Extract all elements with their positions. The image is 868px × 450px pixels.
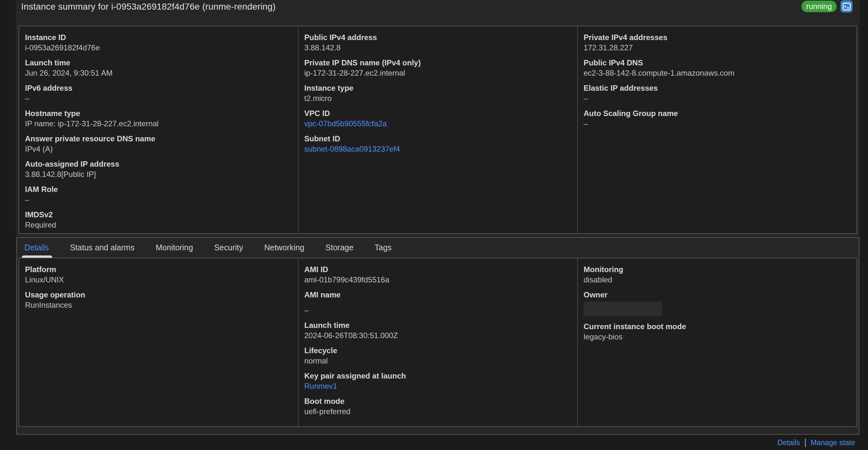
field-label: Subnet ID	[304, 134, 569, 144]
field-value: IPv4 (A)	[25, 144, 290, 154]
field-platform: PlatformLinux/UNIX	[25, 265, 290, 284]
tab-status-and-alarms[interactable]: Status and alarms	[59, 238, 145, 258]
field-ami-id: AMI IDami-01b799c439fd5516a	[304, 265, 569, 284]
field-label: IMDSv2	[25, 210, 290, 219]
field-value: 3.88.142.8[Public IP]	[25, 170, 290, 179]
field-value: –	[25, 94, 290, 103]
field-public-ipv4-address: Public IPv4 address3.88.142.8	[304, 33, 569, 53]
field-label: Lifecycle	[304, 346, 569, 355]
summary-panel: Instance IDi-0953a269182f4d76eLaunch tim…	[19, 26, 857, 234]
field-label: IPv6 address	[25, 83, 290, 93]
tab-tags[interactable]: Tags	[364, 238, 402, 258]
field-label: AMI name	[304, 290, 569, 300]
field-value: 172.31.28.227	[584, 43, 849, 53]
field-label: Private IPv4 addresses	[584, 33, 849, 42]
field-label: IAM Role	[25, 185, 290, 194]
footer-link-manage-state[interactable]: Manage state	[811, 439, 855, 447]
field-label: Boot mode	[304, 396, 569, 406]
field-launch-time: Launch time2024-06-26T08:30:51.000Z	[304, 321, 569, 340]
field-auto-assigned-ip-address: Auto-assigned IP address3.88.142.8[Publi…	[25, 159, 290, 179]
field-value: –	[584, 94, 849, 103]
field-label: Answer private resource DNS name	[25, 134, 290, 144]
field-value: ami-01b799c439fd5516a	[304, 275, 569, 284]
tab-networking[interactable]: Networking	[254, 238, 315, 258]
field-label: Launch time	[304, 321, 569, 330]
connect-terminal-button[interactable]	[840, 0, 852, 12]
field-value: legacy-bios	[584, 332, 849, 342]
field-label: Key pair assigned at launch	[304, 371, 569, 381]
field-label: Elastic IP addresses	[584, 83, 849, 93]
details-panel: PlatformLinux/UNIXUsage operationRunInst…	[19, 258, 857, 427]
field-value: –	[584, 119, 849, 128]
field-label: Usage operation	[25, 290, 290, 300]
footer-links: Details Manage state	[777, 439, 855, 447]
field-label: Current instance boot mode	[584, 322, 849, 331]
terminal-icon	[842, 2, 851, 11]
field-label: Monitoring	[584, 265, 849, 274]
field-label: Instance ID	[25, 33, 290, 42]
tab-security[interactable]: Security	[204, 238, 254, 258]
tab-monitoring[interactable]: Monitoring	[145, 238, 204, 258]
field-label: Auto Scaling Group name	[584, 109, 849, 118]
field-key-pair-assigned-at-launch: Key pair assigned at launchRunmev1	[304, 371, 569, 391]
field-value: 2024-06-26T08:30:51.000Z	[304, 331, 569, 340]
field-private-ip-dns-name-ipv4-only: Private IP DNS name (IPv4 only)ip-172-31…	[304, 58, 569, 78]
field-instance-id: Instance IDi-0953a269182f4d76e	[25, 33, 290, 53]
field-value: ip-172-31-28-227.ec2.internal	[304, 68, 569, 78]
field-value: uefi-preferred	[304, 407, 569, 416]
field-ami-name: AMI name–	[304, 290, 569, 315]
field-value: Required	[25, 220, 290, 230]
field-label: Public IPv4 DNS	[584, 58, 849, 68]
field-value: IP name: ip-172-31-28-227.ec2.internal	[25, 119, 290, 128]
field-value: i-0953a269182f4d76e	[25, 43, 290, 53]
field-ipv6-address: IPv6 address–	[25, 83, 290, 103]
field-value: 3.88.142.8	[304, 43, 569, 53]
field-value: Jun 26, 2024, 9:30:51 AM	[25, 68, 290, 78]
details-column-1: PlatformLinux/UNIXUsage operationRunInst…	[19, 258, 298, 426]
field-imdsv2: IMDSv2Required	[25, 210, 290, 230]
field-owner: Owner	[584, 290, 849, 316]
field-value-link[interactable]: Runmev1	[304, 382, 569, 391]
field-label: Public IPv4 address	[304, 33, 569, 42]
field-subnet-id: Subnet IDsubnet-0898aca0913237ef4	[304, 134, 569, 154]
field-iam-role: IAM Role–	[25, 185, 290, 205]
field-private-ipv4-addresses: Private IPv4 addresses172.31.28.227	[584, 33, 849, 53]
field-elastic-ip-addresses: Elastic IP addresses–	[584, 83, 849, 103]
field-value-link[interactable]: subnet-0898aca0913237ef4	[304, 144, 569, 154]
field-value: –	[304, 305, 569, 315]
field-vpc-id: VPC IDvpc-07bd5b90555fcfa2a	[304, 109, 569, 128]
tab-row: DetailsStatus and alarmsMonitoringSecuri…	[17, 238, 859, 258]
field-label: Hostname type	[25, 109, 290, 118]
tab-details[interactable]: Details	[20, 238, 59, 258]
footer-separator	[805, 439, 806, 447]
field-value-link[interactable]: vpc-07bd5b90555fcfa2a	[304, 119, 569, 128]
tabs-section: DetailsStatus and alarmsMonitoringSecuri…	[16, 237, 859, 434]
header-row: Instance summary for i-0953a269182f4d76e…	[16, 0, 860, 26]
summary-column-1: Instance IDi-0953a269182f4d76eLaunch tim…	[19, 26, 298, 233]
summary-column-2: Public IPv4 address3.88.142.8Private IP …	[298, 26, 577, 233]
field-label: AMI ID	[304, 265, 569, 274]
field-hostname-type: Hostname typeIP name: ip-172-31-28-227.e…	[25, 109, 290, 128]
instance-summary-card: Instance summary for i-0953a269182f4d76e…	[16, 0, 860, 434]
field-auto-scaling-group-name: Auto Scaling Group name–	[584, 109, 849, 128]
field-label: Owner	[584, 290, 849, 300]
field-label: Auto-assigned IP address	[25, 159, 290, 169]
page-title: Instance summary for i-0953a269182f4d76e…	[21, 2, 275, 12]
instance-state-badge: running	[801, 1, 837, 12]
field-value: Linux/UNIX	[25, 275, 290, 284]
field-value: RunInstances	[25, 300, 290, 310]
field-lifecycle: Lifecyclenormal	[304, 346, 569, 366]
field-value: t2.micro	[304, 94, 569, 103]
field-instance-type: Instance typet2.micro	[304, 83, 569, 103]
field-monitoring: Monitoringdisabled	[584, 265, 849, 284]
field-launch-time: Launch timeJun 26, 2024, 9:30:51 AM	[25, 58, 290, 78]
tab-storage[interactable]: Storage	[315, 238, 364, 258]
field-value: disabled	[584, 275, 849, 284]
header-actions: running	[801, 0, 852, 12]
field-label: Instance type	[304, 83, 569, 93]
field-answer-private-resource-dns-name: Answer private resource DNS nameIPv4 (A)	[25, 134, 290, 154]
field-public-ipv4-dns: Public IPv4 DNSec2-3-88-142-8.compute-1.…	[584, 58, 849, 78]
details-column-3: MonitoringdisabledOwnerCurrent instance …	[577, 258, 857, 426]
field-boot-mode: Boot modeuefi-preferred	[304, 396, 569, 416]
footer-link-details[interactable]: Details	[777, 439, 800, 447]
